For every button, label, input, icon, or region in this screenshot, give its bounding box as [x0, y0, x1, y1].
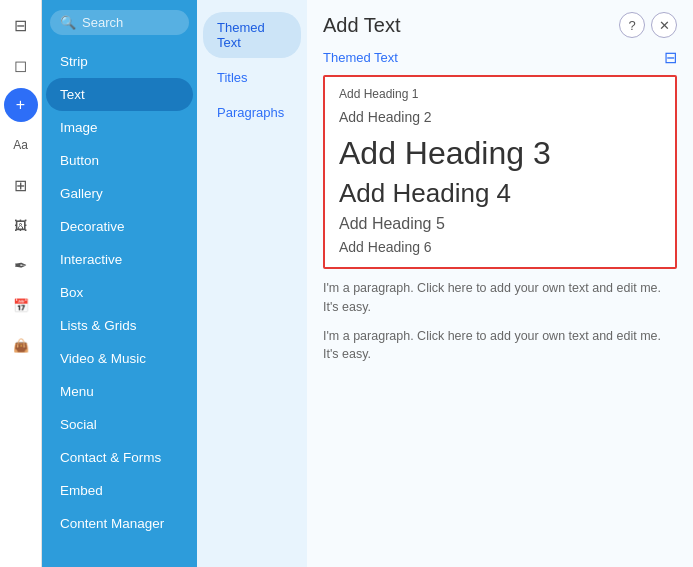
page-icon[interactable]: ⊟	[4, 8, 38, 42]
sidebar-item-menu[interactable]: Menu	[46, 375, 193, 408]
sidebar-item-box[interactable]: Box	[46, 276, 193, 309]
icon-bar: ⊟ ◻ + Aa ⊞ 🖼 ✒ 📅 👜	[0, 0, 42, 567]
section-label-text: Themed Text	[323, 50, 398, 65]
category-sidebar: 🔍 Strip Text Image Button Gallery Decora…	[42, 0, 197, 567]
section-label: Themed Text ⊟	[307, 44, 693, 75]
sidebar-item-lists-grids[interactable]: Lists & Grids	[46, 309, 193, 342]
main-header: Add Text ? ✕	[307, 0, 693, 44]
add-icon[interactable]: +	[4, 88, 38, 122]
search-icon: 🔍	[60, 15, 76, 30]
sidebar-item-decorative[interactable]: Decorative	[46, 210, 193, 243]
sidebar-item-button[interactable]: Button	[46, 144, 193, 177]
layers-icon[interactable]: ◻	[4, 48, 38, 82]
pen-icon[interactable]: ✒	[4, 248, 38, 282]
page-title: Add Text	[323, 14, 400, 37]
font-icon[interactable]: Aa	[4, 128, 38, 162]
sidebar-item-social[interactable]: Social	[46, 408, 193, 441]
heading-2[interactable]: Add Heading 2	[339, 109, 661, 125]
bag-icon[interactable]: 👜	[4, 328, 38, 362]
header-icons: ? ✕	[619, 12, 677, 38]
section-label-icon: ⊟	[664, 48, 677, 67]
heading-1[interactable]: Add Heading 1	[339, 87, 661, 101]
search-box[interactable]: 🔍	[50, 10, 189, 35]
paragraph-1[interactable]: I'm a paragraph. Click here to add your …	[323, 279, 677, 317]
heading-4[interactable]: Add Heading 4	[339, 178, 661, 209]
main-panel: Add Text ? ✕ Themed Text ⊟ Add Heading 1…	[307, 0, 693, 567]
search-input[interactable]	[82, 15, 179, 30]
sub-item-titles[interactable]: Titles	[203, 62, 301, 93]
sub-item-paragraphs[interactable]: Paragraphs	[203, 97, 301, 128]
sidebar-item-interactive[interactable]: Interactive	[46, 243, 193, 276]
sidebar-item-content-manager[interactable]: Content Manager	[46, 507, 193, 540]
sidebar-item-embed[interactable]: Embed	[46, 474, 193, 507]
sidebar-item-gallery[interactable]: Gallery	[46, 177, 193, 210]
calendar-icon[interactable]: 📅	[4, 288, 38, 322]
heading-6[interactable]: Add Heading 6	[339, 239, 661, 255]
apps-icon[interactable]: ⊞	[4, 168, 38, 202]
help-button[interactable]: ?	[619, 12, 645, 38]
close-button[interactable]: ✕	[651, 12, 677, 38]
sidebar-item-strip[interactable]: Strip	[46, 45, 193, 78]
heading-5[interactable]: Add Heading 5	[339, 215, 661, 233]
themed-box: Add Heading 1 Add Heading 2 Add Heading …	[323, 75, 677, 269]
sidebar-item-video-music[interactable]: Video & Music	[46, 342, 193, 375]
sub-panel: Themed Text Titles Paragraphs	[197, 0, 307, 567]
sub-item-themed-text[interactable]: Themed Text	[203, 12, 301, 58]
paragraph-section: I'm a paragraph. Click here to add your …	[307, 279, 693, 374]
sidebar-item-text[interactable]: Text	[46, 78, 193, 111]
sidebar-item-contact-forms[interactable]: Contact & Forms	[46, 441, 193, 474]
paragraph-2[interactable]: I'm a paragraph. Click here to add your …	[323, 327, 677, 365]
sidebar-item-image[interactable]: Image	[46, 111, 193, 144]
heading-3[interactable]: Add Heading 3	[339, 135, 661, 172]
media-icon[interactable]: 🖼	[4, 208, 38, 242]
